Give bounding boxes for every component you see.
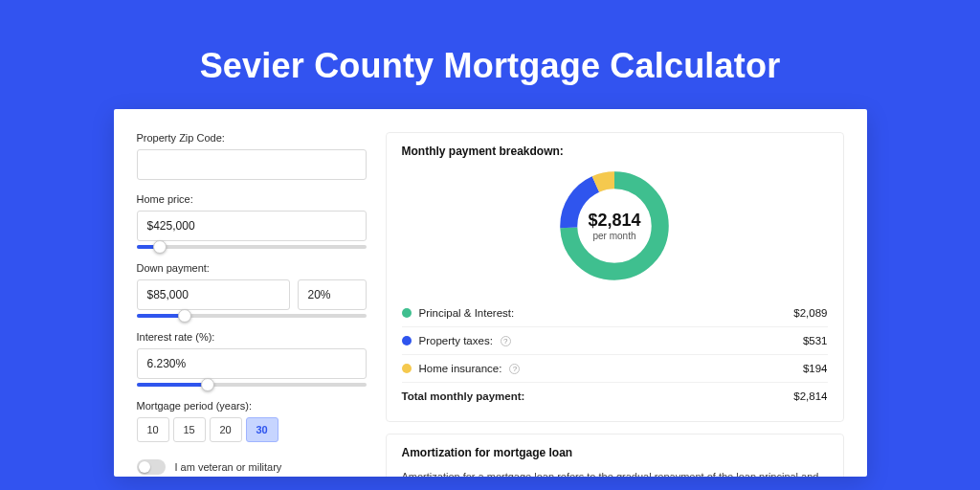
breakdown-lines: Principal & Interest:$2,089Property taxe… <box>402 300 828 382</box>
breakdown-item-amount: $194 <box>803 363 828 374</box>
down-payment-group: Down payment: <box>137 262 367 318</box>
help-icon[interactable]: ? <box>501 336 511 346</box>
total-line: Total monthly payment: $2,814 <box>402 382 828 410</box>
breakdown-title: Monthly payment breakdown: <box>402 145 828 158</box>
breakdown-line: Principal & Interest:$2,089 <box>402 300 828 326</box>
breakdown-item-amount: $531 <box>803 335 828 346</box>
page-title: Sevier County Mortgage Calculator <box>200 46 781 86</box>
period-button-10[interactable]: 10 <box>137 417 169 442</box>
interest-slider-fill <box>137 383 208 387</box>
breakdown-line: Home insurance:?$194 <box>402 354 828 382</box>
veteran-toggle[interactable] <box>137 459 166 475</box>
down-payment-input[interactable] <box>137 279 290 310</box>
interest-group: Interest rate (%): <box>137 331 367 387</box>
amortization-text: Amortization for a mortgage loan refers … <box>402 469 828 477</box>
help-icon[interactable]: ? <box>509 364 520 374</box>
down-payment-label: Down payment: <box>137 262 367 274</box>
zip-input[interactable] <box>137 149 367 180</box>
period-group: Mortgage period (years): 10152030 <box>137 400 367 442</box>
interest-input[interactable] <box>137 348 367 379</box>
amortization-panel: Amortization for mortgage loan Amortizat… <box>386 434 844 477</box>
total-label: Total monthly payment: <box>402 390 525 402</box>
amortization-title: Amortization for mortgage loan <box>402 446 828 459</box>
donut-amount: $2,814 <box>588 211 640 231</box>
breakdown-item-label: Property taxes: <box>419 335 493 346</box>
legend-dot-green <box>402 308 412 318</box>
donut-sub: per month <box>592 231 635 241</box>
results-column: Monthly payment breakdown: $2,814 per mo… <box>386 132 844 467</box>
home-price-slider-thumb[interactable] <box>153 240 167 254</box>
period-row: 10152030 <box>137 417 367 442</box>
down-payment-slider[interactable] <box>137 314 367 318</box>
home-price-slider[interactable] <box>137 245 367 249</box>
zip-label: Property Zip Code: <box>137 132 367 144</box>
interest-slider[interactable] <box>137 383 367 387</box>
total-value: $2,814 <box>793 390 827 402</box>
zip-group: Property Zip Code: <box>137 132 367 180</box>
period-button-15[interactable]: 15 <box>173 417 206 442</box>
calculator-card: Property Zip Code: Home price: Down paym… <box>114 109 867 477</box>
home-price-input[interactable] <box>137 211 367 241</box>
legend-dot-blue <box>402 336 412 345</box>
veteran-label: I am veteran or military <box>175 461 282 473</box>
form-column: Property Zip Code: Home price: Down paym… <box>137 132 367 467</box>
home-price-group: Home price: <box>137 193 367 249</box>
breakdown-line: Property taxes:?$531 <box>402 326 828 354</box>
period-button-30[interactable]: 30 <box>246 417 278 442</box>
down-payment-slider-thumb[interactable] <box>178 309 191 323</box>
donut-center: $2,814 per month <box>554 166 675 286</box>
interest-label: Interest rate (%): <box>137 331 367 343</box>
breakdown-panel: Monthly payment breakdown: $2,814 per mo… <box>386 132 844 422</box>
period-label: Mortgage period (years): <box>137 400 367 412</box>
breakdown-item-label: Home insurance: <box>419 363 502 374</box>
period-button-20[interactable]: 20 <box>210 417 242 442</box>
breakdown-item-amount: $2,089 <box>793 307 827 319</box>
home-price-label: Home price: <box>137 193 367 205</box>
interest-slider-thumb[interactable] <box>201 378 214 391</box>
breakdown-item-label: Principal & Interest: <box>419 307 515 319</box>
veteran-row: I am veteran or military <box>137 459 367 475</box>
donut-chart: $2,814 per month <box>554 166 675 286</box>
legend-dot-yellow <box>402 364 412 373</box>
down-payment-pct-input[interactable] <box>298 279 367 310</box>
